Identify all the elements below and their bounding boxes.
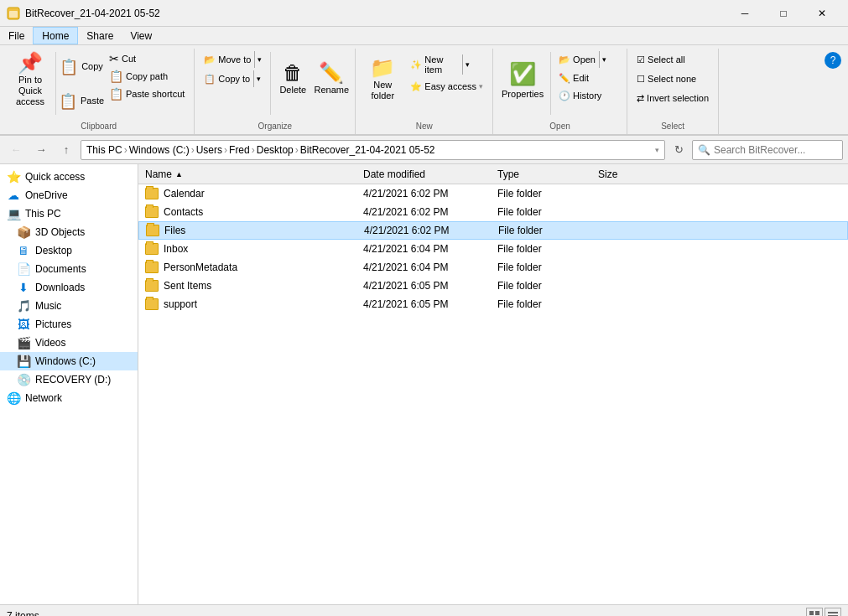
column-date[interactable]: Date modified — [363, 168, 497, 180]
sidebar-item-documents[interactable]: 📄 Documents — [0, 260, 138, 278]
refresh-button[interactable]: ↻ — [669, 140, 689, 160]
file-type-cell: File folder — [497, 261, 598, 273]
select-all-button[interactable]: ☑ Select all — [632, 50, 713, 69]
table-row[interactable]: PersonMetadata 4/21/2021 6:04 PM File fo… — [138, 258, 848, 277]
sidebar-item-downloads[interactable]: ⬇ Downloads — [0, 278, 138, 297]
search-input[interactable] — [714, 144, 837, 156]
copy-path-button[interactable]: 📋 Copy path — [105, 68, 189, 85]
file-date-cell: 4/21/2021 6:02 PM — [364, 225, 498, 236]
menu-share[interactable]: Share — [78, 27, 122, 44]
invert-selection-button[interactable]: ⇄ Invert selection — [632, 89, 713, 107]
sidebar-item-3d-objects[interactable]: 📦 3D Objects — [0, 223, 138, 241]
new-item-button[interactable]: ✨ New item ▾ — [406, 54, 473, 75]
file-name-cell: Inbox — [145, 243, 363, 255]
new-folder-button[interactable]: 📁 Newfolder — [361, 50, 404, 109]
pin-to-quick-access-button[interactable]: 📌 Pin to Quickaccess — [8, 49, 52, 112]
path-windows-c[interactable]: Windows (C:) — [129, 144, 190, 156]
path-users[interactable]: Users — [196, 144, 222, 156]
delete-button[interactable]: 🗑 Delete — [274, 50, 311, 109]
large-icons-view-button[interactable] — [806, 608, 823, 617]
close-button[interactable]: ✕ — [803, 0, 841, 27]
menu-view[interactable]: View — [122, 27, 160, 44]
file-type-cell: File folder — [497, 206, 598, 218]
column-size[interactable]: Size — [598, 168, 665, 180]
cut-button[interactable]: ✂ Cut — [105, 50, 189, 67]
select-none-button[interactable]: ☐ Select none — [632, 70, 713, 88]
open-arrow[interactable]: ▾ — [599, 51, 609, 68]
sidebar-item-this-pc[interactable]: 💻 This PC — [0, 204, 138, 223]
back-button[interactable]: ← — [5, 139, 27, 161]
path-desktop[interactable]: Desktop — [257, 144, 294, 156]
file-type-cell: File folder — [497, 298, 598, 310]
help-button[interactable]: ? — [825, 52, 841, 69]
address-bar-container: ← → ↑ This PC › Windows (C:) › Users › F… — [0, 136, 848, 164]
ribbon-group-clipboard-content: 📌 Pin to Quickaccess 📋 Copy 📋 Paste ✂ Cu… — [8, 49, 189, 118]
open-button[interactable]: 📂 Open ▾ — [554, 50, 622, 69]
paste-shortcut-button[interactable]: 📋 Paste shortcut — [105, 85, 189, 102]
sidebar-item-desktop[interactable]: 🖥 Desktop — [0, 241, 138, 260]
table-row[interactable]: support 4/21/2021 6:05 PM File folder — [138, 295, 848, 313]
folder-icon — [146, 225, 159, 236]
path-fred[interactable]: Fred — [229, 144, 250, 156]
new-folder-icon: 📁 — [370, 58, 395, 78]
rename-button[interactable]: ✏️ Rename — [313, 50, 350, 109]
table-row[interactable]: Contacts 4/21/2021 6:02 PM File folder — [138, 203, 848, 221]
sidebar-item-pictures[interactable]: 🖼 Pictures — [0, 315, 138, 334]
folder-icon — [145, 206, 159, 218]
sidebar-item-windows-c[interactable]: 💾 Windows (C:) — [0, 352, 138, 370]
ribbon: 📌 Pin to Quickaccess 📋 Copy 📋 Paste ✂ Cu… — [0, 45, 848, 136]
history-button[interactable]: 🕐 History — [554, 87, 622, 104]
edit-icon: ✏️ — [559, 73, 570, 84]
move-to-button[interactable]: 📂 Move to ▾ — [200, 50, 267, 69]
videos-icon: 🎬 — [17, 336, 30, 349]
copy-to-arrow[interactable]: ▾ — [253, 70, 263, 87]
sidebar-item-network[interactable]: 🌐 Network — [0, 389, 138, 407]
desktop-icon: 🖥 — [17, 244, 30, 257]
sidebar-item-onedrive[interactable]: ☁ OneDrive — [0, 186, 138, 204]
ribbon-help-area: ? — [821, 49, 845, 134]
copy-to-button[interactable]: 📋 Copy to ▾ — [200, 70, 267, 88]
path-bitrecover[interactable]: BitRecover_21-04-2021 05-52 — [300, 144, 435, 156]
path-this-pc[interactable]: This PC — [86, 144, 122, 156]
address-bar[interactable]: This PC › Windows (C:) › Users › Fred › … — [81, 140, 665, 160]
menu-home[interactable]: Home — [33, 27, 78, 44]
file-date-cell: 4/21/2021 6:05 PM — [363, 280, 497, 292]
sidebar-item-recovery-d[interactable]: 💿 RECOVERY (D:) — [0, 370, 138, 389]
copy-button[interactable]: 📋 Copy — [60, 50, 103, 84]
forward-button[interactable]: → — [30, 139, 52, 161]
edit-button[interactable]: ✏️ Edit — [554, 70, 622, 86]
organize-group-label: Organize — [200, 118, 350, 134]
column-type[interactable]: Type — [497, 168, 598, 180]
properties-button[interactable]: ✅ Properties — [498, 50, 547, 109]
up-button[interactable]: ↑ — [55, 139, 77, 161]
new-item-arrow[interactable]: ▾ — [462, 54, 472, 75]
status-bar: 7 items — [0, 604, 848, 616]
file-date-cell: 4/21/2021 6:02 PM — [363, 188, 497, 199]
table-row[interactable]: Calendar 4/21/2021 6:02 PM File folder — [138, 184, 848, 203]
maximize-button[interactable]: □ — [764, 0, 803, 27]
new-col2: ✨ New item ▾ ⭐ Easy access ▾ — [406, 49, 487, 95]
easy-access-button[interactable]: ⭐ Easy access ▾ — [406, 78, 487, 95]
table-row[interactable]: Files 4/21/2021 6:02 PM File folder — [138, 221, 848, 240]
table-row[interactable]: Inbox 4/21/2021 6:04 PM File folder — [138, 240, 848, 258]
sidebar-item-videos[interactable]: 🎬 Videos — [0, 334, 138, 352]
table-row[interactable]: Sent Items 4/21/2021 6:05 PM File folder — [138, 277, 848, 295]
sidebar-item-quick-access[interactable]: ⭐ Quick access — [0, 168, 138, 186]
svg-rect-2 — [809, 611, 814, 615]
move-to-arrow[interactable]: ▾ — [254, 51, 264, 68]
sidebar-item-music[interactable]: 🎵 Music — [0, 297, 138, 315]
copy-to-icon: 📋 — [204, 74, 216, 85]
ribbon-group-open-content: ✅ Properties 📂 Open ▾ ✏️ Edit — [498, 49, 622, 118]
column-name[interactable]: Name ▲ — [145, 168, 363, 180]
file-name-cell: Contacts — [145, 206, 363, 218]
onedrive-icon: ☁ — [7, 189, 20, 202]
minimize-button[interactable]: ─ — [726, 0, 764, 27]
menu-file[interactable]: File — [0, 27, 33, 44]
paste-button[interactable]: 📋 Paste — [60, 85, 103, 118]
new-col: 📁 Newfolder — [361, 49, 404, 109]
details-view-button[interactable] — [825, 608, 841, 617]
easy-access-icon: ⭐ — [410, 81, 422, 92]
music-icon: 🎵 — [17, 299, 30, 313]
address-bar-chevron[interactable]: ▾ — [655, 146, 659, 154]
folder-icon — [145, 261, 159, 273]
